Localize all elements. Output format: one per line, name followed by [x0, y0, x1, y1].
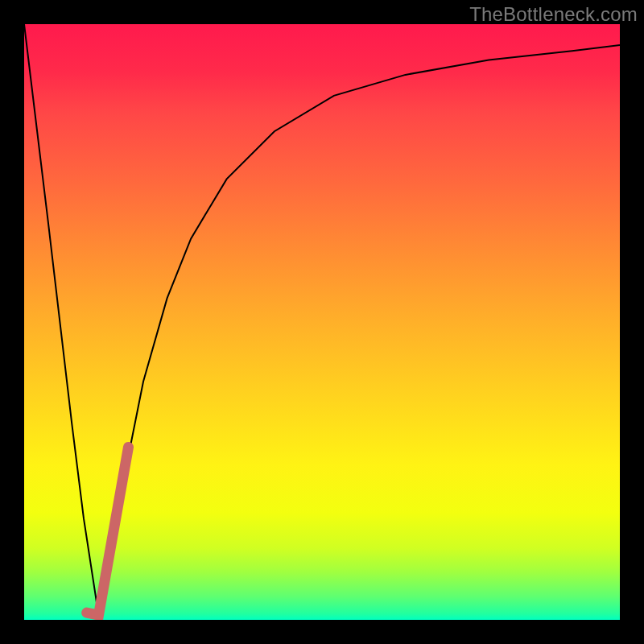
- chart-svg: [24, 24, 620, 620]
- watermark-text: TheBottleneck.com: [469, 3, 638, 26]
- highlight-segment: [87, 447, 129, 615]
- chart-frame: TheBottleneck.com: [0, 0, 644, 644]
